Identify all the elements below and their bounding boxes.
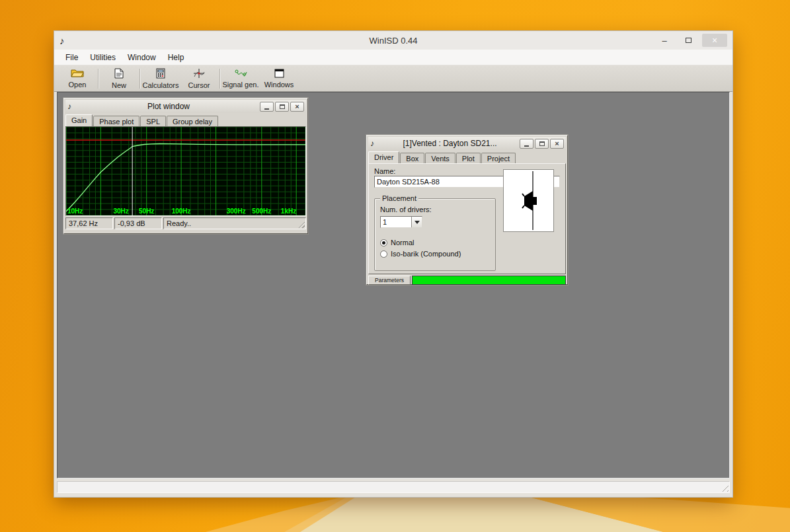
toolbar-label: New bbox=[112, 82, 126, 89]
tab-project[interactable]: Project bbox=[481, 153, 516, 164]
num-drivers-combobox[interactable]: 1 bbox=[380, 216, 422, 228]
combo-dropdown-button[interactable] bbox=[411, 217, 422, 227]
toolbar-button-cursor[interactable]: Cursor bbox=[180, 67, 218, 91]
signal-generator-icon bbox=[234, 69, 247, 81]
window-controls: – × bbox=[654, 34, 727, 47]
driver-window-title-bar[interactable]: ♪ [1]Vented : Dayton SD21... × bbox=[368, 137, 566, 150]
toolbar-button-signal-gen[interactable]: Signal gen. bbox=[221, 67, 260, 91]
parameters-button[interactable]: Parameters bbox=[368, 276, 411, 285]
driver-window-title: [1]Vented : Dayton SD21... bbox=[380, 139, 520, 148]
toolbar-label: Cursor bbox=[188, 82, 210, 89]
tab-gain[interactable]: Gain bbox=[65, 114, 93, 126]
toolbar-button-new[interactable]: New bbox=[100, 67, 138, 91]
maximize-icon bbox=[539, 141, 545, 146]
maximize-button[interactable] bbox=[275, 102, 289, 112]
main-window: ♪ WinISD 0.44 – × File Utilities Window … bbox=[54, 31, 732, 497]
menu-bar: File Utilities Window Help bbox=[54, 50, 732, 65]
close-icon: × bbox=[555, 140, 559, 147]
driver-tabs: Driver Box Vents Plot Project bbox=[367, 150, 567, 163]
cursor-level-readout: -0,93 dB bbox=[114, 217, 162, 229]
open-folder-icon bbox=[71, 68, 84, 81]
tab-phase-plot[interactable]: Phase plot bbox=[93, 116, 139, 127]
menu-file[interactable]: File bbox=[59, 51, 84, 64]
main-window-title: WinISD 0.44 bbox=[54, 36, 732, 46]
close-button[interactable]: × bbox=[290, 102, 304, 112]
toolbar-label: Windows bbox=[264, 81, 294, 89]
plot-window-icon: ♪ bbox=[67, 102, 77, 111]
num-drivers-label: Num. of drivers: bbox=[380, 206, 432, 213]
radio-normal-label: Normal bbox=[391, 239, 414, 247]
x-axis-label: 30Hz bbox=[113, 208, 128, 215]
maximize-button[interactable] bbox=[535, 139, 549, 149]
progress-fill bbox=[413, 276, 565, 284]
plot-tabs: Gain Phase plot SPL Group delay bbox=[64, 113, 307, 126]
minimize-button[interactable]: – bbox=[654, 34, 674, 47]
toolbar-separator bbox=[219, 69, 220, 89]
toolbar-label: Signal gen. bbox=[222, 81, 258, 89]
main-title-bar[interactable]: ♪ WinISD 0.44 – × bbox=[54, 31, 732, 50]
gain-plot-area[interactable]: 10Hz30Hz50Hz100Hz300Hz500Hz1kHz bbox=[65, 126, 306, 216]
toolbar-separator bbox=[98, 69, 99, 89]
plot-window-title-bar[interactable]: ♪ Plot window × bbox=[65, 100, 306, 113]
toolbar: Open New Calculators Cursor Signal gen. bbox=[54, 65, 732, 92]
close-button[interactable]: × bbox=[702, 34, 727, 47]
cursor-frequency-readout: 37,62 Hz bbox=[65, 217, 113, 229]
driver-placement-image bbox=[503, 169, 554, 232]
calculator-icon bbox=[156, 68, 165, 81]
chevron-down-icon bbox=[415, 221, 420, 224]
toolbar-separator bbox=[139, 69, 140, 89]
radio-normal[interactable]: Normal bbox=[380, 239, 414, 247]
speaker-side-view-icon bbox=[504, 170, 553, 231]
mdi-workspace: ♪ Plot window × Gain Phase plot SPL Grou… bbox=[57, 92, 730, 478]
placement-groupbox: Placement Num. of drivers: 1 Normal bbox=[374, 198, 496, 271]
toolbar-button-open[interactable]: Open bbox=[58, 67, 97, 91]
x-axis-label: 1kHz bbox=[281, 208, 296, 215]
gain-plot-svg bbox=[66, 127, 305, 215]
radio-isobarik[interactable]: Iso-barik (Compound) bbox=[380, 250, 461, 258]
status-message: Ready.. bbox=[163, 217, 306, 229]
plot-window-title: Plot window bbox=[77, 102, 260, 111]
tab-plot[interactable]: Plot bbox=[456, 153, 481, 164]
radio-button-icon bbox=[380, 239, 387, 247]
close-icon: × bbox=[295, 103, 299, 110]
toolbar-button-calculators[interactable]: Calculators bbox=[141, 67, 180, 91]
tab-vents[interactable]: Vents bbox=[425, 153, 455, 164]
x-axis-label: 500Hz bbox=[252, 208, 271, 215]
driver-project-window: ♪ [1]Vented : Dayton SD21... × Driver Bo… bbox=[366, 135, 568, 285]
minimize-icon bbox=[524, 145, 529, 147]
main-status-bar bbox=[57, 481, 730, 493]
resize-grip[interactable] bbox=[719, 482, 729, 492]
new-document-icon bbox=[114, 68, 124, 81]
x-axis-label: 10Hz bbox=[67, 208, 83, 215]
toolbar-label: Calculators bbox=[142, 82, 178, 89]
tab-group-delay[interactable]: Group delay bbox=[167, 116, 218, 127]
maximize-icon bbox=[686, 38, 691, 43]
parameters-progress-bar bbox=[412, 276, 566, 285]
plot-status-bar: 37,62 Hz -0,93 dB Ready.. bbox=[65, 217, 306, 229]
close-button[interactable]: × bbox=[550, 139, 564, 149]
minimize-button[interactable] bbox=[260, 102, 274, 112]
driver-window-icon: ♪ bbox=[370, 139, 380, 148]
minimize-button[interactable] bbox=[520, 139, 533, 149]
menu-utilities[interactable]: Utilities bbox=[84, 51, 122, 64]
plot-window: ♪ Plot window × Gain Phase plot SPL Grou… bbox=[63, 98, 308, 234]
toolbar-button-windows[interactable]: Windows bbox=[260, 67, 298, 91]
x-axis-label: 300Hz bbox=[227, 208, 246, 215]
toolbar-label: Open bbox=[69, 81, 87, 89]
tab-box[interactable]: Box bbox=[400, 153, 424, 164]
num-drivers-value: 1 bbox=[381, 217, 411, 227]
driver-tab-panel: Name: Placement Num. of drivers: 1 Norma… bbox=[368, 163, 566, 274]
driver-bottom-bar: Parameters bbox=[368, 276, 566, 285]
menu-window[interactable]: Window bbox=[122, 51, 162, 64]
desktop: ♪ WinISD 0.44 – × File Utilities Window … bbox=[0, 0, 790, 532]
name-label: Name: bbox=[374, 167, 395, 175]
cursor-icon bbox=[193, 68, 205, 81]
menu-help[interactable]: Help bbox=[162, 51, 190, 64]
plot-window-controls: × bbox=[260, 102, 304, 112]
placement-group-label: Placement bbox=[380, 194, 418, 202]
maximize-icon bbox=[280, 104, 285, 109]
maximize-button[interactable] bbox=[678, 34, 698, 47]
driver-window-controls: × bbox=[520, 139, 564, 149]
tab-spl[interactable]: SPL bbox=[140, 116, 166, 127]
tab-driver[interactable]: Driver bbox=[368, 151, 399, 163]
